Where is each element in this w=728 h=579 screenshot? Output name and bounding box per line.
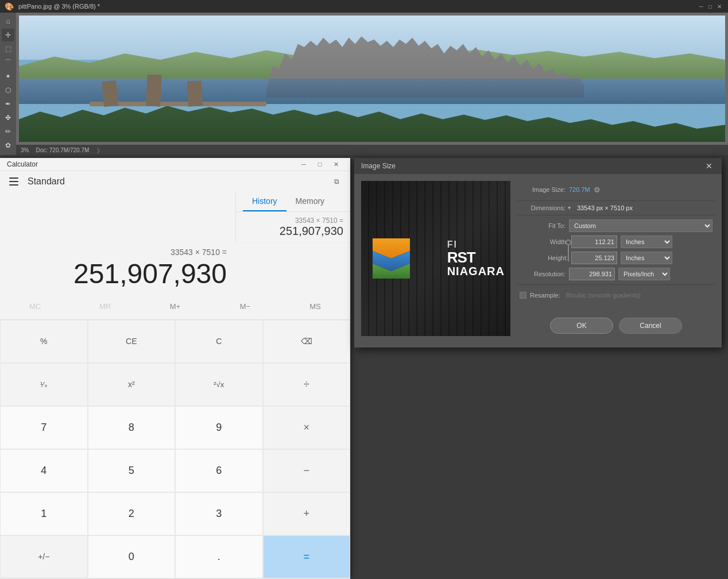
six-button[interactable]: 6 bbox=[175, 449, 263, 492]
ps-tool-lasso[interactable]: ⌒ bbox=[2, 56, 14, 69]
ps-tool-brush[interactable]: ✏ bbox=[2, 125, 14, 138]
dialog-titlebar: Image Size ✕ bbox=[354, 158, 722, 174]
equals-button[interactable]: = bbox=[263, 535, 351, 578]
height-row: Height: Inches bbox=[520, 250, 715, 266]
ps-tool-clone[interactable]: ✿ bbox=[2, 139, 14, 152]
mr-button[interactable]: MR bbox=[70, 294, 140, 319]
add-button[interactable]: + bbox=[263, 492, 351, 535]
history-tab[interactable]: History bbox=[243, 192, 286, 211]
ps-title: pittPano.jpg @ 3% (RGB/8) * bbox=[18, 3, 100, 10]
image-size-row: Image Size: 720.7M ⚙ bbox=[517, 181, 715, 198]
image-size-dialog: Image Size ✕ bbox=[354, 158, 722, 348]
ps-tool-crop[interactable]: ⬡ bbox=[2, 84, 14, 96]
dimensions-value: 33543 px × 7510 px bbox=[577, 204, 633, 211]
calculator-window: Calculator ─ □ ✕ Standard ⧉ History Memo… bbox=[0, 158, 350, 577]
ps-doc-info: Doc: 720.7M/720.7M bbox=[36, 147, 89, 153]
height-input[interactable] bbox=[571, 252, 617, 264]
divider-2 bbox=[517, 215, 715, 215]
ps-tool-heal[interactable]: ✤ bbox=[2, 111, 14, 124]
niagara-bank-text: RST bbox=[447, 250, 505, 265]
hamburger-menu-btn[interactable] bbox=[7, 173, 23, 190]
link-knob bbox=[566, 240, 571, 245]
resample-checkbox[interactable] bbox=[520, 292, 526, 299]
ps-tool-move[interactable]: ✛ bbox=[2, 29, 14, 41]
ps-toolbar: ⌂ ✛ ⬚ ⌒ ✦ ⬡ ✒ ✤ ✏ ✿ bbox=[0, 13, 16, 155]
ps-tool-marquee[interactable]: ⬚ bbox=[2, 43, 14, 55]
divider-3 bbox=[517, 284, 715, 285]
preview-image: FI RST NIAGARA bbox=[361, 181, 510, 336]
history-value: 251,907,930 bbox=[243, 225, 343, 238]
ps-zoom-level: 3% bbox=[21, 147, 29, 153]
ps-tool-home[interactable]: ⌂ bbox=[2, 15, 14, 28]
calc-window-controls: ─ □ ✕ bbox=[296, 158, 343, 171]
calc-window-title: Calculator bbox=[7, 160, 296, 168]
one-button[interactable]: 1 bbox=[0, 492, 88, 535]
nine-button[interactable]: 9 bbox=[175, 406, 263, 449]
ps-canvas bbox=[16, 13, 728, 155]
five-button[interactable]: 5 bbox=[88, 449, 176, 492]
calc-display: 33543 × 7510 = 251,907,930 bbox=[0, 243, 350, 294]
history-entry: 33543 × 7510 = 251,907,930 bbox=[236, 212, 350, 243]
cancel-button[interactable]: Cancel bbox=[619, 318, 682, 334]
ps-tool-magic-wand[interactable]: ✦ bbox=[2, 70, 14, 83]
width-input[interactable] bbox=[571, 236, 617, 248]
ps-close-btn[interactable]: ✕ bbox=[715, 2, 723, 10]
divide-button[interactable]: ÷ bbox=[263, 363, 351, 406]
resolution-input[interactable] bbox=[569, 268, 615, 280]
decimal-button[interactable]: . bbox=[175, 535, 263, 578]
resample-row: Resample: Bicubic (smooth gradients) bbox=[517, 287, 715, 303]
fit-to-select[interactable]: Custom bbox=[569, 219, 712, 232]
backspace-button[interactable]: ⌫ bbox=[263, 320, 351, 363]
dialog-preview: FI RST NIAGARA bbox=[361, 181, 510, 336]
fit-to-label: Fit To: bbox=[520, 222, 566, 229]
eight-button[interactable]: 8 bbox=[88, 406, 176, 449]
dialog-close-btn[interactable]: ✕ bbox=[703, 160, 715, 172]
c-button[interactable]: C bbox=[175, 320, 263, 363]
m-minus-button[interactable]: M− bbox=[210, 294, 280, 319]
gear-icon[interactable]: ⚙ bbox=[594, 186, 601, 194]
calc-maximize-btn[interactable]: □ bbox=[312, 158, 327, 171]
four-button[interactable]: 4 bbox=[0, 449, 88, 492]
zero-button[interactable]: 0 bbox=[88, 535, 176, 578]
fit-to-row: Fit To: Custom bbox=[517, 218, 715, 234]
calc-expand-btn[interactable]: ⧉ bbox=[330, 175, 343, 188]
negate-button[interactable]: +/− bbox=[0, 535, 88, 578]
niagara-chevron-icon bbox=[373, 238, 410, 279]
dialog-content: FI RST NIAGARA Image Size: 720.7M ⚙ Dime… bbox=[354, 174, 722, 348]
resample-method-btn[interactable]: Bicubic (smooth gradients) bbox=[566, 292, 641, 299]
seven-button[interactable]: 7 bbox=[0, 406, 88, 449]
memory-tab[interactable]: Memory bbox=[286, 192, 334, 211]
m-plus-button[interactable]: M+ bbox=[140, 294, 210, 319]
ps-tool-eyedropper[interactable]: ✒ bbox=[2, 98, 14, 110]
calc-minimize-btn[interactable]: ─ bbox=[296, 158, 311, 171]
mc-button[interactable]: MC bbox=[0, 294, 70, 319]
ps-maximize-btn[interactable]: □ bbox=[706, 2, 714, 10]
memory-buttons-row: MC MR M+ M− MS bbox=[0, 294, 350, 320]
display-expression: 33543 × 7510 = bbox=[9, 248, 227, 257]
dimensions-row: Dimensions: ▾ 33543 px × 7510 px bbox=[517, 203, 715, 213]
width-unit-select[interactable]: Inches bbox=[621, 236, 672, 248]
ps-canvas-inner bbox=[19, 16, 725, 142]
ms-button[interactable]: MS bbox=[280, 294, 350, 319]
resolution-row: Resolution: Pixels/Inch bbox=[517, 266, 715, 282]
calc-tabs: History Memory bbox=[236, 192, 350, 212]
calc-close-btn[interactable]: ✕ bbox=[328, 158, 343, 171]
two-button[interactable]: 2 bbox=[88, 492, 176, 535]
percent-button[interactable]: % bbox=[0, 320, 88, 363]
ps-statusbar: 3% Doc: 720.7M/720.7M ❯ bbox=[16, 145, 728, 155]
ce-button[interactable]: CE bbox=[88, 320, 176, 363]
resolution-unit-select[interactable]: Pixels/Inch bbox=[618, 268, 670, 280]
height-unit-select[interactable]: Inches bbox=[621, 252, 672, 264]
sqrt-button[interactable]: ²√x bbox=[175, 363, 263, 406]
dimensions-collapse-icon[interactable]: ▾ bbox=[568, 204, 575, 211]
reciprocal-button[interactable]: ¹⁄ₓ bbox=[0, 363, 88, 406]
multiply-button[interactable]: × bbox=[263, 406, 351, 449]
square-button[interactable]: x² bbox=[88, 363, 176, 406]
niagara-name-text: NIAGARA bbox=[447, 265, 505, 278]
ps-minimize-btn[interactable]: ─ bbox=[697, 2, 705, 10]
ok-button[interactable]: OK bbox=[550, 318, 613, 334]
subtract-button[interactable]: − bbox=[263, 449, 351, 492]
three-button[interactable]: 3 bbox=[175, 492, 263, 535]
history-expression: 33543 × 7510 = bbox=[243, 217, 343, 225]
display-result: 251,907,930 bbox=[9, 259, 227, 290]
